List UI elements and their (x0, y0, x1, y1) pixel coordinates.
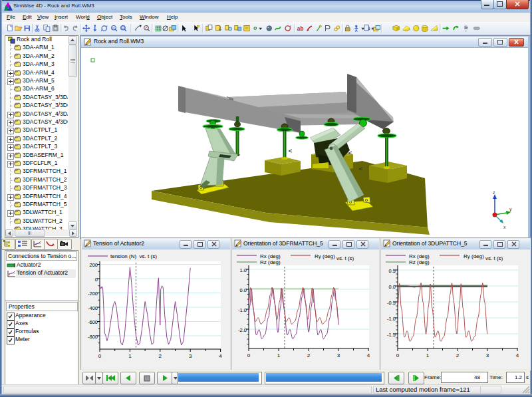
svg-text:0.0: 0.0 (240, 287, 247, 293)
svg-text:0: 0 (95, 277, 98, 283)
svg-text:3: 3 (486, 352, 489, 358)
svg-text:3: 3 (337, 352, 340, 358)
svg-text:4: 4 (516, 352, 519, 358)
svg-text:200: 200 (89, 262, 98, 268)
svg-text:-800: -800 (88, 334, 98, 340)
svg-text:1: 1 (277, 352, 281, 358)
svg-text:0: 0 (98, 353, 102, 359)
svg-text:ab: ab (297, 26, 304, 32)
svg-text:z: z (493, 190, 495, 195)
svg-text:-400: -400 (88, 305, 98, 311)
svg-text:2: 2 (456, 352, 460, 358)
svg-text:tension (N) vs. t (s): tension (N) vs. t (s) (110, 253, 157, 259)
svg-text:Ry (deg): Ry (deg) (464, 253, 484, 259)
svg-text:-200: -200 (88, 291, 98, 297)
svg-text:4: 4 (219, 353, 222, 359)
svg-text:1.0: 1.0 (240, 267, 247, 273)
svg-text:x: x (503, 225, 506, 229)
svg-text:-0.5: -0.5 (387, 300, 396, 306)
svg-text:-1.0: -1.0 (387, 316, 396, 322)
svg-text:4: 4 (367, 352, 370, 358)
svg-text:3: 3 (189, 353, 192, 359)
svg-text:0.0: 0.0 (389, 284, 396, 290)
svg-text:2: 2 (307, 352, 311, 358)
svg-text:-1.5: -1.5 (387, 332, 396, 338)
svg-text:-1.0: -1.0 (238, 307, 247, 313)
svg-text:Rx (deg): Rx (deg) (409, 253, 430, 259)
svg-text:y: y (509, 207, 512, 212)
svg-text:1: 1 (128, 353, 132, 359)
svg-text:vs. t (s): vs. t (s) (336, 255, 354, 261)
svg-text:-2.0: -2.0 (238, 327, 247, 333)
svg-text:1: 1 (426, 352, 430, 358)
svg-text:Rz (deg): Rz (deg) (409, 259, 430, 265)
svg-text:2: 2 (159, 353, 162, 359)
svg-text:0: 0 (396, 352, 400, 358)
svg-text:0.5: 0.5 (389, 268, 396, 274)
svg-text:q: q (112, 26, 114, 30)
svg-text:vs. t (s): vs. t (s) (485, 255, 503, 261)
svg-text:Ry (deg): Ry (deg) (315, 253, 335, 259)
svg-text:0: 0 (247, 352, 251, 358)
svg-text:Rz (deg): Rz (deg) (260, 259, 281, 265)
svg-text:Rx (deg): Rx (deg) (260, 253, 281, 259)
svg-text:-600: -600 (88, 319, 98, 325)
